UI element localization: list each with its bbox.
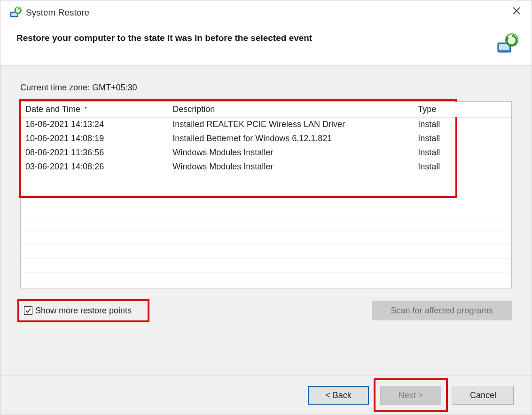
sort-descending-icon: ▾ (85, 105, 87, 110)
timezone-label: Current time zone: GMT+05:30 (20, 83, 512, 93)
content-panel: Current time zone: GMT+05:30 Date and Ti… (0, 65, 532, 376)
window-title: System Restore (26, 8, 89, 18)
wizard-footer: < Back Next > Cancel (0, 376, 532, 415)
system-restore-window: System Restore Restore your computer to … (0, 0, 532, 415)
system-restore-large-icon (495, 32, 519, 57)
table-cell-date: 03-06-2021 14:08:26 (21, 160, 168, 174)
table-row-empty (21, 188, 511, 202)
cancel-button[interactable]: Cancel (453, 386, 514, 405)
column-header-description[interactable]: Description (168, 102, 413, 118)
table-cell-type: Install (413, 132, 511, 146)
table-row[interactable]: 10-06-2021 14:08:19Installed Betternet f… (21, 132, 511, 146)
back-button[interactable]: < Back (308, 386, 369, 405)
table-cell-desc: Installed Betternet for Windows 6.12.1.8… (168, 132, 413, 146)
table-row[interactable]: 08-06-2021 11:36:56Windows Modules Insta… (21, 146, 511, 160)
column-header-date[interactable]: Date and Time ▾ (21, 102, 168, 118)
table-header-row: Date and Time ▾ Description Type (21, 102, 511, 118)
annotation-highlight-show-more (17, 299, 149, 322)
page-heading: Restore your computer to the state it wa… (16, 32, 312, 44)
column-header-date-label: Date and Time (25, 104, 80, 114)
restore-points-table-wrap: Date and Time ▾ Description Type 16-06-2… (20, 101, 512, 288)
close-button[interactable] (504, 1, 529, 20)
show-more-wrap: Show more restore points (21, 302, 148, 319)
table-cell-desc: Windows Modules Installer (168, 160, 413, 174)
table-row-empty (21, 174, 511, 188)
table-row-empty (21, 245, 511, 259)
table-row-empty (21, 231, 511, 245)
table-cell-date: 16-06-2021 14:13:24 (21, 118, 168, 132)
system-restore-icon (9, 6, 22, 19)
restore-points-listview[interactable]: Date and Time ▾ Description Type 16-06-2… (20, 101, 512, 288)
next-button-wrap: Next > (377, 383, 444, 407)
table-cell-desc: Installed REALTEK PCIE Wireless LAN Driv… (168, 118, 413, 132)
table-cell-type: Install (413, 160, 511, 174)
table-cell-type: Install (413, 118, 511, 132)
table-row[interactable]: 16-06-2021 14:13:24Installed REALTEK PCI… (21, 118, 511, 132)
actions-row: Show more restore points Scan for affect… (20, 301, 512, 320)
table-row-empty (21, 259, 511, 273)
header-area: Restore your computer to the state it wa… (0, 23, 532, 65)
table-row[interactable]: 03-06-2021 14:08:26Windows Modules Insta… (21, 160, 511, 174)
table-cell-date: 08-06-2021 11:36:56 (21, 146, 168, 160)
table-cell-type: Install (413, 146, 511, 160)
table-row-empty (21, 273, 511, 287)
scan-affected-programs-button[interactable]: Scan for affected programs (372, 301, 512, 320)
column-header-type[interactable]: Type (413, 102, 511, 118)
table-row-empty (21, 202, 511, 216)
next-button[interactable]: Next > (380, 386, 441, 405)
table-cell-date: 10-06-2021 14:08:19 (21, 132, 168, 146)
table-row-empty (21, 216, 511, 231)
titlebar: System Restore (0, 0, 532, 23)
table-cell-desc: Windows Modules Installer (168, 146, 413, 160)
